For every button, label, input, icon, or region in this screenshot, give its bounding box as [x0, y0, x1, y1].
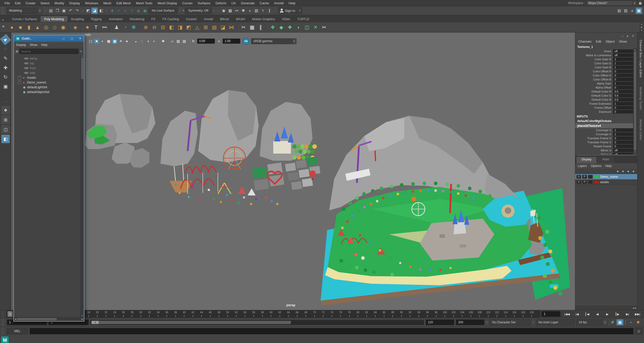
- scroll-left-icon[interactable]: ◀: [15, 318, 16, 320]
- time-node-icon[interactable]: ◔: [121, 23, 129, 32]
- shelf-tab-rigging[interactable]: Rigging: [87, 16, 105, 22]
- channel-value[interactable]: 0: [613, 86, 633, 89]
- menu-generate[interactable]: Generate: [239, 1, 257, 5]
- shelf-tab-mash[interactable]: MASH: [232, 16, 249, 22]
- scroll-up-icon[interactable]: ▲: [81, 55, 83, 57]
- layer-playback-toggle[interactable]: P: [582, 175, 587, 179]
- snap-grid-icon[interactable]: #: [109, 8, 115, 14]
- mirror-icon[interactable]: ◫: [303, 23, 311, 32]
- anim-layer-select[interactable]: No Anim Layer: [536, 319, 574, 325]
- outliner-item-persp[interactable]: persp: [14, 56, 84, 61]
- drag-grip[interactable]: [2, 328, 4, 335]
- platonic-solid-icon[interactable]: ◈: [71, 23, 80, 32]
- ambient-occlusion-icon[interactable]: ◒: [133, 39, 139, 44]
- layer-list-empty-area[interactable]: [575, 185, 637, 306]
- menu-edit[interactable]: Edit: [12, 1, 23, 5]
- layer-color-chip[interactable]: [595, 175, 598, 178]
- motion-blur-icon[interactable]: ◌: [139, 39, 145, 44]
- menu-deform[interactable]: Deform: [213, 1, 229, 5]
- outliner-tree[interactable]: persptopfrontside+►Assets+►Demo_scene1◉d…: [14, 55, 84, 317]
- outliner-vscrollbar[interactable]: ▲ ▼: [80, 55, 84, 317]
- auto-keyframe-icon[interactable]: ▦: [617, 319, 623, 325]
- menu-uv[interactable]: UV: [229, 1, 238, 5]
- drag-grip[interactable]: [2, 7, 4, 14]
- menu-mesh-display[interactable]: Mesh Display: [155, 1, 180, 5]
- layer-tab-anim[interactable]: Anim: [597, 157, 614, 163]
- edge-flow-icon[interactable]: ✕: [311, 23, 320, 32]
- poly-plane-icon[interactable]: ◇: [50, 23, 59, 32]
- workspace-lock-icon[interactable]: [639, 3, 641, 5]
- outliner-item-assets[interactable]: +►Assets: [14, 75, 84, 80]
- outliner-item-defaultobjectset[interactable]: ◉defaultObjectSet: [14, 90, 84, 94]
- chevron-down-icon[interactable]: ▼: [80, 50, 82, 53]
- color-management-toggle[interactable]: ON: [243, 38, 249, 45]
- select-hierarchy-icon[interactable]: ◩: [85, 8, 91, 14]
- layer-menu-help[interactable]: Help: [605, 164, 612, 168]
- channel-value[interactable]: off: [613, 49, 633, 53]
- outliner-titlebar[interactable]: M Outlin... — ▢ ✕: [14, 35, 84, 42]
- panel-hscrollbar[interactable]: ◀ ▶: [575, 306, 637, 310]
- channel-box-scrollbar[interactable]: ▲ ▼: [633, 48, 637, 153]
- viewport-persp[interactable]: nels ▢■◐▩▦☀●◒◌◑▪✚▱▨▧↻0.00◑1.00ONsRGB gam…: [11, 33, 575, 310]
- snap-view-plane-icon[interactable]: ◇: [135, 8, 142, 14]
- type-tool-icon[interactable]: T: [92, 23, 100, 32]
- channel-value[interactable]: 0: [613, 106, 633, 109]
- paint-effects-icon[interactable]: ◕: [626, 34, 628, 38]
- material-mode-icon[interactable]: ▩: [106, 39, 111, 44]
- scroll-up-icon[interactable]: ▲: [641, 23, 643, 25]
- time-slider[interactable]: 1 24681012141618202224262830323436384042…: [7, 310, 540, 318]
- menu-display[interactable]: Display: [67, 1, 83, 5]
- redo-icon[interactable]: ↷: [74, 8, 80, 14]
- character-set-select[interactable]: No Character Set: [490, 319, 531, 325]
- input-node-place2dtexture4[interactable]: place2dTexture4: [575, 123, 633, 128]
- step-back-frame-button[interactable]: |◀: [572, 311, 582, 317]
- extract-icon[interactable]: ⊟: [159, 23, 167, 32]
- shaded-mode-icon[interactable]: ■: [94, 39, 99, 44]
- chevron-icon[interactable]: ▽: [486, 321, 488, 324]
- step-back-key-button[interactable]: ◀: [582, 311, 592, 317]
- menu-windows[interactable]: Windows: [82, 1, 101, 5]
- shelf-tab-fx[interactable]: FX: [148, 16, 159, 22]
- add-empty-layer-icon[interactable]: ◄: [626, 169, 629, 173]
- menu-edit-mesh[interactable]: Edit Mesh: [114, 1, 133, 5]
- scroll-right-icon[interactable]: ▶: [82, 318, 83, 320]
- checker-texture-icon[interactable]: ▦: [112, 39, 117, 44]
- menu-modify[interactable]: Modify: [52, 1, 67, 5]
- channel-box-menu-object[interactable]: Object: [605, 40, 615, 43]
- script-editor-button[interactable]: {;}: [635, 328, 642, 334]
- outliner-menu-display[interactable]: Display: [16, 43, 26, 47]
- channel-value[interactable]: 1: [613, 128, 633, 132]
- view-transform-select[interactable]: sRGB gamma▼: [251, 38, 296, 44]
- render-settings-icon[interactable]: ✱: [240, 8, 247, 14]
- xray-joints-icon[interactable]: ▨: [176, 39, 181, 44]
- scroll-down-icon[interactable]: ▼: [634, 151, 636, 153]
- poly-sphere-icon[interactable]: ●: [8, 23, 16, 32]
- lasso-tool-icon[interactable]: ◌: [2, 45, 10, 53]
- poly-torus-icon[interactable]: ◎: [42, 23, 50, 32]
- toggle-channel-box-icon[interactable]: ▦: [636, 8, 642, 14]
- snap-curve-icon[interactable]: ~: [116, 8, 122, 14]
- range-handle[interactable]: 1: [92, 321, 99, 324]
- range-slider[interactable]: 1: [90, 320, 424, 325]
- separate-icon[interactable]: ⊖: [150, 23, 159, 32]
- channel-value[interactable]: 0: [613, 145, 633, 148]
- select-tool-icon[interactable]: ►: [0, 34, 11, 45]
- shadows-icon[interactable]: ●: [124, 39, 129, 44]
- offset-edge-loop-icon[interactable]: ∥: [256, 23, 265, 32]
- expand-icon[interactable]: +: [18, 76, 21, 79]
- channel-value[interactable]: 0.5: [613, 94, 633, 97]
- exposure-field[interactable]: 0.00: [197, 39, 215, 44]
- move-layer-down-icon[interactable]: ◄: [621, 169, 624, 173]
- layer-row-assets[interactable]: VPassets: [575, 179, 637, 185]
- hypergraph-icon[interactable]: ∴: [621, 34, 623, 38]
- workspace-select[interactable]: Maya Classic* ▼: [586, 1, 637, 6]
- shelf-item-menu-icon[interactable]: ✱: [2, 25, 5, 28]
- play-forwards-button[interactable]: ▶: [602, 311, 612, 317]
- channel-value[interactable]: 1: [613, 82, 633, 85]
- outliner-item-side[interactable]: side: [14, 70, 84, 75]
- menu-surfaces[interactable]: Surfaces: [195, 1, 213, 5]
- layout-four-pane-button[interactable]: ⊞: [2, 116, 10, 124]
- extrude-icon[interactable]: ▤: [210, 23, 219, 32]
- crease-tool-icon[interactable]: ◗: [294, 23, 303, 32]
- live-surface-field[interactable]: No Live Surface: [149, 8, 178, 14]
